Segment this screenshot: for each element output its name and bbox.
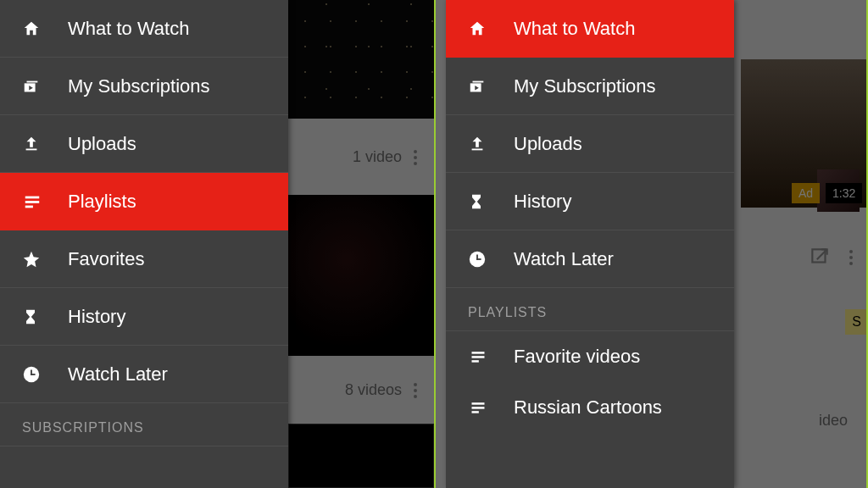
navigation-drawer-right: What to Watch My Subscriptions Uploads H… <box>446 0 734 488</box>
nav-label: What to Watch <box>68 18 189 40</box>
nav-label: Favorites <box>68 248 144 270</box>
clock-icon <box>468 250 498 269</box>
svg-rect-12 <box>472 148 483 150</box>
playlist-icon <box>22 192 53 211</box>
nav-uploads[interactable]: Uploads <box>446 115 734 173</box>
playlist-item-favorite-videos[interactable]: Favorite videos <box>446 331 734 382</box>
svg-rect-6 <box>25 205 33 208</box>
svg-rect-4 <box>25 196 40 198</box>
svg-rect-18 <box>472 407 485 409</box>
svg-rect-3 <box>26 148 37 150</box>
section-header-subscriptions: SUBSCRIPTIONS <box>0 403 288 446</box>
nav-playlists[interactable]: Playlists <box>0 173 288 230</box>
nav-label: Watch Later <box>68 363 168 385</box>
nav-label: What to Watch <box>514 18 635 40</box>
playlist-icon <box>468 399 498 416</box>
playlist-label: Favorite videos <box>514 346 640 368</box>
svg-rect-14 <box>472 352 485 354</box>
nav-history[interactable]: History <box>0 288 288 346</box>
nav-favorites[interactable]: Favorites <box>0 230 288 288</box>
nav-my-subscriptions[interactable]: My Subscriptions <box>0 58 288 115</box>
svg-rect-5 <box>25 201 40 203</box>
navigation-drawer-left: What to Watch My Subscriptions Uploads P… <box>0 0 288 488</box>
nav-watch-later[interactable]: Watch Later <box>0 346 288 403</box>
nav-label: Playlists <box>68 191 136 213</box>
nav-label: Uploads <box>514 133 582 155</box>
svg-rect-17 <box>472 402 485 405</box>
subscriptions-icon <box>22 77 53 96</box>
nav-history[interactable]: History <box>446 173 734 230</box>
clock-icon <box>22 365 53 384</box>
hourglass-icon <box>468 192 498 211</box>
nav-what-to-watch[interactable]: What to Watch <box>0 0 288 58</box>
playlist-item-russian-cartoons[interactable]: Russian Cartoons <box>446 382 734 433</box>
playlist-icon <box>468 348 498 365</box>
subscriptions-icon <box>468 77 498 96</box>
svg-rect-10 <box>473 80 484 82</box>
nav-label: My Subscriptions <box>514 75 656 97</box>
nav-watch-later[interactable]: Watch Later <box>446 230 734 288</box>
nav-label: History <box>514 191 571 213</box>
nav-what-to-watch[interactable]: What to Watch <box>446 0 734 58</box>
playlist-label: Russian Cartoons <box>514 396 662 419</box>
hourglass-icon <box>22 308 53 326</box>
nav-label: History <box>68 306 125 328</box>
screenshot-left: 1 video 8 videos What to Watch <box>0 0 434 488</box>
nav-label: Watch Later <box>514 248 614 270</box>
nav-uploads[interactable]: Uploads <box>0 115 288 173</box>
nav-my-subscriptions[interactable]: My Subscriptions <box>446 58 734 115</box>
nav-label: Uploads <box>68 133 136 155</box>
home-icon <box>22 19 53 38</box>
section-header-playlists: PLAYLISTS <box>446 288 734 331</box>
home-icon <box>468 19 498 38</box>
upload-icon <box>22 135 53 153</box>
svg-rect-19 <box>472 411 479 413</box>
screenshot-right: Ad 1:32 S ideo What to Watch <box>434 0 868 488</box>
upload-icon <box>468 135 498 153</box>
nav-label: My Subscriptions <box>68 75 210 97</box>
svg-rect-16 <box>472 360 479 363</box>
svg-rect-15 <box>472 356 485 358</box>
svg-rect-1 <box>27 80 38 82</box>
star-icon <box>22 250 53 269</box>
